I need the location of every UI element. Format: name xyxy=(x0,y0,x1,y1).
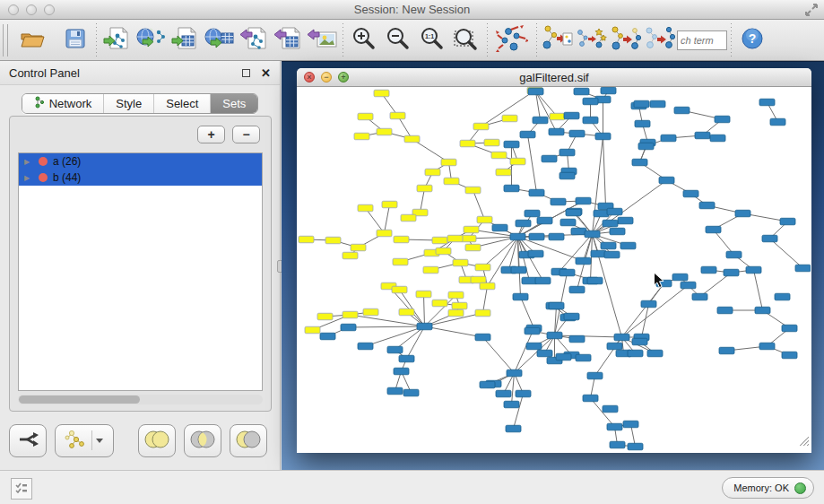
remove-set-button[interactable]: − xyxy=(232,126,260,143)
expand-triangle-icon[interactable]: ▶ xyxy=(24,174,33,182)
merge-networks-tool-button[interactable] xyxy=(575,22,609,58)
graph-node xyxy=(453,259,468,266)
apply-layout-icon xyxy=(496,24,528,56)
graph-node xyxy=(569,335,585,343)
network-canvas[interactable] xyxy=(298,87,811,451)
resize-grip[interactable] xyxy=(797,434,810,450)
export-network-button[interactable] xyxy=(237,22,271,58)
graph-node xyxy=(390,112,405,119)
float-panel-button[interactable] xyxy=(242,69,250,77)
fullscreen-icon[interactable] xyxy=(804,3,819,21)
tab-sets[interactable]: Sets xyxy=(211,94,257,113)
network-graph[interactable] xyxy=(298,87,811,451)
graph-node xyxy=(746,266,761,274)
app-titlebar[interactable]: Session: New Session xyxy=(0,0,824,20)
graph-node xyxy=(632,338,647,345)
graph-node xyxy=(549,233,564,240)
graph-node xyxy=(417,185,432,192)
tab-style[interactable]: Style xyxy=(104,94,154,113)
import-network-file-icon xyxy=(103,25,132,55)
graph-node xyxy=(724,269,739,276)
toolbar-drag-handle[interactable] xyxy=(3,24,8,56)
apply-layout-button[interactable] xyxy=(491,22,533,58)
set-row-b[interactable]: ▶ b (44) xyxy=(19,169,262,186)
import-network-file-button[interactable] xyxy=(100,22,134,58)
graph-node xyxy=(607,208,622,215)
search-input[interactable] xyxy=(677,30,727,50)
graph-node xyxy=(603,220,618,227)
graph-node xyxy=(511,266,526,274)
tab-sets-label: Sets xyxy=(222,97,246,110)
help-button[interactable]: ? xyxy=(735,22,769,58)
zoom-selected-region-button[interactable] xyxy=(449,22,483,58)
zoom-selected-region-icon xyxy=(453,26,480,54)
tab-network-label: Network xyxy=(49,97,92,110)
graph-node xyxy=(533,117,548,124)
open-session-button[interactable] xyxy=(15,22,49,58)
graph-node xyxy=(320,333,335,340)
graph-node xyxy=(452,302,467,309)
set-difference-button[interactable] xyxy=(230,424,267,457)
graph-node xyxy=(473,123,489,130)
expand-triangle-icon[interactable]: ▶ xyxy=(24,158,33,166)
export-table-button[interactable] xyxy=(271,22,305,58)
copy-network-tool-button[interactable] xyxy=(541,22,575,58)
zoom-actual-size-button[interactable]: 1:1 xyxy=(415,22,449,58)
merge-networks-tool-icon xyxy=(576,24,608,56)
sets-list[interactable]: ▶ a (26) ▶ b (44) xyxy=(18,152,263,391)
control-panel-tabs: Network Style Select Sets xyxy=(22,93,259,114)
toolbar-separator xyxy=(343,23,343,57)
graph-node xyxy=(351,244,366,251)
graph-node xyxy=(717,307,733,314)
split-set-button[interactable] xyxy=(9,424,47,457)
tab-network[interactable]: Network xyxy=(22,94,105,113)
zoom-out-button[interactable] xyxy=(381,22,415,58)
graph-node xyxy=(715,116,730,123)
create-set-from-network-button[interactable] xyxy=(55,424,114,457)
task-history-button[interactable] xyxy=(11,478,32,500)
graph-node xyxy=(759,343,775,350)
graph-node xyxy=(576,354,591,361)
graph-node xyxy=(610,228,625,235)
graph-node xyxy=(502,115,517,122)
scrollbar-thumb[interactable] xyxy=(19,395,140,404)
set-union-button[interactable] xyxy=(138,424,176,457)
add-set-button[interactable]: + xyxy=(197,126,225,143)
graph-node xyxy=(692,293,707,300)
save-session-button[interactable] xyxy=(58,22,92,58)
set-label: a (26) xyxy=(53,155,81,168)
graph-node xyxy=(460,140,475,147)
graph-node xyxy=(672,274,688,281)
import-network-web-button[interactable] xyxy=(134,22,169,58)
graph-node xyxy=(628,350,643,357)
tab-select[interactable]: Select xyxy=(154,94,211,113)
graph-node xyxy=(560,219,576,226)
horizontal-scrollbar[interactable] xyxy=(18,395,263,404)
graph-node xyxy=(706,226,721,233)
network-diff-tool-button[interactable] xyxy=(609,22,643,58)
dropdown-arrow-icon[interactable] xyxy=(96,439,103,443)
export-image-button[interactable] xyxy=(305,22,339,58)
close-panel-button[interactable]: ✕ xyxy=(261,67,271,79)
zoom-in-button[interactable] xyxy=(347,22,381,58)
graph-node xyxy=(510,158,525,165)
memory-status-button[interactable]: Memory: OK xyxy=(722,477,814,499)
network-window-titlebar[interactable]: galFiltered.sif × − + xyxy=(297,68,811,87)
graph-node xyxy=(576,257,591,265)
graph-node xyxy=(632,159,647,166)
graph-node xyxy=(620,242,636,249)
import-table-file-button[interactable] xyxy=(169,22,203,58)
network-subset-tool-button[interactable] xyxy=(643,22,677,58)
set-label: b (44) xyxy=(53,171,81,184)
graph-node xyxy=(317,313,333,320)
graph-node xyxy=(516,390,531,397)
graph-node xyxy=(601,87,616,94)
set-row-a[interactable]: ▶ a (26) xyxy=(19,153,262,169)
graph-node xyxy=(377,128,392,135)
import-table-web-icon xyxy=(204,25,235,55)
network-window[interactable]: galFiltered.sif × − + xyxy=(297,68,811,453)
set-intersection-button[interactable] xyxy=(184,424,221,457)
graph-node xyxy=(549,302,564,309)
import-table-web-button[interactable] xyxy=(203,22,237,58)
import-network-web-icon xyxy=(136,25,167,55)
